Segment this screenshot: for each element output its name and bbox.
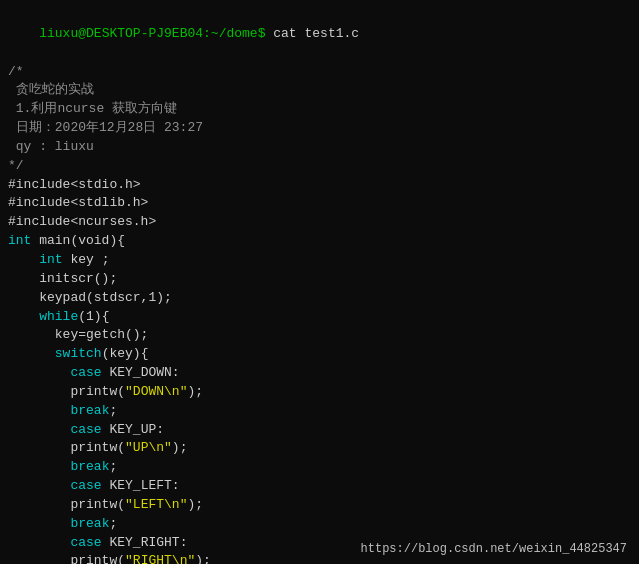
- terminal-line: 贪吃蛇的实战: [8, 81, 631, 100]
- terminal-line: break;: [8, 402, 631, 421]
- terminal-line: /*: [8, 63, 631, 82]
- terminal-line: printw("LEFT\n");: [8, 496, 631, 515]
- terminal-line: break;: [8, 458, 631, 477]
- terminal-line: #include<stdio.h>: [8, 176, 631, 195]
- terminal-line: printw("UP\n");: [8, 439, 631, 458]
- command: cat test1.c: [265, 26, 359, 41]
- watermark: https://blog.csdn.net/weixin_44825347: [361, 542, 627, 556]
- terminal-line: #include<ncurses.h>: [8, 213, 631, 232]
- terminal-line: int key ;: [8, 251, 631, 270]
- terminal: liuxu@DESKTOP-PJ9EB04:~/dome$ cat test1.…: [0, 0, 639, 564]
- terminal-line: break;: [8, 515, 631, 534]
- terminal-line: liuxu@DESKTOP-PJ9EB04:~/dome$ cat test1.…: [8, 6, 631, 63]
- terminal-line: printw("DOWN\n");: [8, 383, 631, 402]
- terminal-line: case KEY_UP:: [8, 421, 631, 440]
- terminal-line: initscr();: [8, 270, 631, 289]
- terminal-line: 1.利用ncurse 获取方向键: [8, 100, 631, 119]
- terminal-line: int main(void){: [8, 232, 631, 251]
- terminal-line: */: [8, 157, 631, 176]
- terminal-line: key=getch();: [8, 326, 631, 345]
- terminal-line: case KEY_LEFT:: [8, 477, 631, 496]
- prompt: liuxu@DESKTOP-PJ9EB04:~/dome$: [39, 26, 265, 41]
- terminal-line: case KEY_DOWN:: [8, 364, 631, 383]
- terminal-line: switch(key){: [8, 345, 631, 364]
- terminal-line: qy : liuxu: [8, 138, 631, 157]
- terminal-line: while(1){: [8, 308, 631, 327]
- terminal-line: #include<stdlib.h>: [8, 194, 631, 213]
- terminal-line: keypad(stdscr,1);: [8, 289, 631, 308]
- terminal-line: 日期：2020年12月28日 23:27: [8, 119, 631, 138]
